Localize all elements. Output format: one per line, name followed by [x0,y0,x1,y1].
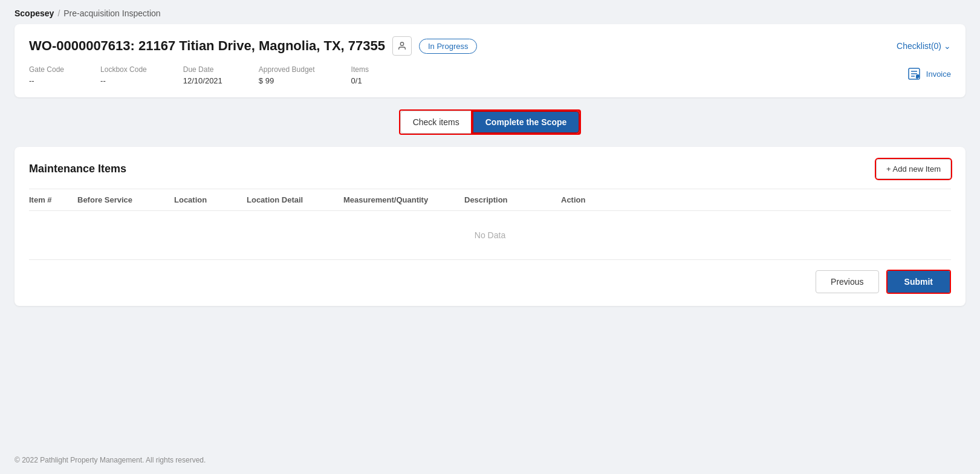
invoice-icon: $ [906,65,923,82]
approved-budget-item: Approved Budget $ 99 [259,65,315,85]
breadcrumb-current-page: Pre-acquisition Inspection [63,8,160,18]
wo-title: WO-0000007613: 21167 Titian Drive, Magno… [29,38,385,54]
items-value: 0/1 [351,76,369,85]
previous-button[interactable]: Previous [816,270,878,293]
breadcrumb-separator: / [57,8,60,18]
gate-code-label: Gate Code [29,65,64,74]
lockbox-code-item: Lockbox Code -- [100,65,147,85]
due-date-label: Due Date [183,65,222,74]
no-data-message: No Data [29,211,951,260]
col-location: Location [174,195,247,204]
maintenance-title: Maintenance Items [29,163,126,175]
col-description: Description [464,195,561,204]
invoice-label: Invoice [926,70,951,79]
col-item-num: Item # [29,195,77,204]
footer: © 2022 Pathlight Property Management. Al… [0,446,980,474]
add-new-item-button[interactable]: + Add new Item [876,159,951,179]
wo-details-row: Gate Code -- Lockbox Code -- Due Date 12… [29,65,951,85]
approved-budget-label: Approved Budget [259,65,315,74]
col-before-service: Before Service [77,195,174,204]
status-badge[interactable]: In Progress [419,39,477,54]
items-item: Items 0/1 [351,65,369,85]
gate-code-item: Gate Code -- [29,65,64,85]
complete-scope-button[interactable]: Complete the Scope [472,111,580,134]
breadcrumb-app[interactable]: Scopesey [15,8,54,18]
breadcrumb: Scopesey / Pre-acquisition Inspection [0,0,980,24]
checklist-button[interactable]: Checklist(0) ⌄ [897,41,951,51]
bottom-actions: Previous Submit [29,260,951,294]
maintenance-table: Item # Before Service Location Location … [29,189,951,260]
col-measurement-quantity: Measurement/Quantity [343,195,464,204]
work-order-card: WO-0000007613: 21167 Titian Drive, Magno… [15,24,965,97]
wo-title-section: WO-0000007613: 21167 Titian Drive, Magno… [29,36,477,56]
check-items-button[interactable]: Check items [400,111,472,134]
checklist-label: Checklist(0) [897,41,941,51]
table-header: Item # Before Service Location Location … [29,189,951,211]
col-location-detail: Location Detail [247,195,343,204]
person-icon[interactable] [392,36,412,56]
chevron-down-icon: ⌄ [944,41,951,51]
submit-wrapper: Submit [886,270,951,294]
action-buttons-row: Check items Complete the Scope [15,107,965,137]
lockbox-code-label: Lockbox Code [100,65,147,74]
invoice-link[interactable]: $ Invoice [906,65,951,82]
main-content: WO-0000007613: 21167 Titian Drive, Magno… [0,24,980,446]
maintenance-header: Maintenance Items + Add new Item [29,159,951,179]
items-label: Items [351,65,369,74]
copyright-text: © 2022 Pathlight Property Management. Al… [15,456,206,464]
due-date-value: 12/10/2021 [183,76,222,85]
col-action: Action [561,195,951,204]
svg-text:$: $ [916,75,918,79]
svg-point-0 [400,42,403,45]
submit-button[interactable]: Submit [888,271,950,293]
page-wrapper: Scopesey / Pre-acquisition Inspection WO… [0,0,980,474]
wo-header-row: WO-0000007613: 21167 Titian Drive, Magno… [29,36,951,56]
maintenance-card: Maintenance Items + Add new Item Item # … [15,147,965,306]
due-date-item: Due Date 12/10/2021 [183,65,222,85]
approved-budget-value: $ 99 [259,76,315,85]
lockbox-code-value: -- [100,76,147,85]
gate-code-value: -- [29,76,64,85]
complete-scope-wrapper: Check items Complete the Scope [399,109,582,135]
